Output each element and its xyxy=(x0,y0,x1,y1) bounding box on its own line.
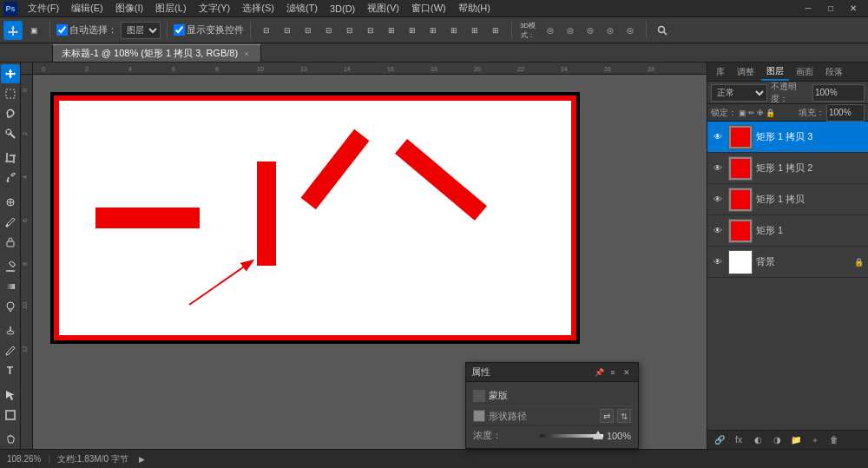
selection-tool[interactable] xyxy=(1,84,20,103)
layer-item[interactable]: 👁 矩形 1 xyxy=(707,215,868,247)
distribute-middle-btn[interactable]: ⊞ xyxy=(465,21,484,40)
distribute-bottom-btn[interactable]: ⊞ xyxy=(486,21,505,40)
lasso-tool[interactable] xyxy=(1,104,20,123)
opacity-input[interactable]: 100% xyxy=(812,84,865,102)
panel-tab-layers[interactable]: 图层 xyxy=(761,63,789,81)
layer-mask-btn[interactable]: ◐ xyxy=(749,432,766,448)
pen-tool[interactable] xyxy=(1,341,20,360)
tab-close-btn[interactable]: × xyxy=(241,49,252,59)
brush-tool[interactable] xyxy=(1,213,20,232)
layer-fx-btn[interactable]: fx xyxy=(730,432,747,448)
layer-item[interactable]: 👁 矩形 1 拷贝 3 xyxy=(707,122,868,153)
hand-tool[interactable] xyxy=(1,430,20,449)
dodge-tool[interactable] xyxy=(1,321,20,340)
panel-tab-library[interactable]: 库 xyxy=(711,64,730,80)
crop-tool[interactable] xyxy=(1,148,20,168)
menu-filter[interactable]: 滤镜(T) xyxy=(281,1,323,16)
menu-edit[interactable]: 编辑(E) xyxy=(66,1,108,16)
distribute-center-btn[interactable]: ⊞ xyxy=(403,21,422,40)
auto-select-dropdown[interactable]: 图层 xyxy=(121,22,161,39)
props-menu-btn[interactable]: ≡ xyxy=(607,366,619,379)
svg-text:8: 8 xyxy=(215,66,219,72)
layer-eye-btn[interactable]: 👁 xyxy=(711,193,725,207)
auto-select-checkbox[interactable] xyxy=(56,24,68,36)
layer-delete-btn[interactable]: 🗑 xyxy=(825,432,843,448)
blur-tool[interactable] xyxy=(1,297,20,316)
align-left-btn[interactable]: ⊟ xyxy=(257,21,276,40)
layer-new-btn[interactable]: ＋ xyxy=(806,432,824,448)
show-transform-label[interactable]: 显示变换控件 xyxy=(174,23,244,36)
auto-select-label[interactable]: 自动选择： xyxy=(56,23,117,36)
text-tool[interactable]: T xyxy=(1,361,20,380)
3d-btn5[interactable]: ◎ xyxy=(621,21,640,40)
layer-item[interactable]: 👁 矩形 1 拷贝 2 xyxy=(707,153,868,184)
close-button[interactable]: ✕ xyxy=(842,0,865,17)
layer-eye-btn[interactable]: 👁 xyxy=(711,130,725,144)
layer-item[interactable]: 👁 背景 🔒 xyxy=(707,247,868,278)
props-density-slider[interactable] xyxy=(540,434,603,438)
eyedropper-tool[interactable] xyxy=(1,168,20,188)
layer-item[interactable]: 👁 矩形 1 拷贝 xyxy=(707,184,868,215)
maximize-button[interactable]: □ xyxy=(819,0,842,17)
eraser-tool[interactable] xyxy=(1,257,20,276)
3d-mode-btn[interactable]: 3D模式： xyxy=(518,21,537,40)
layer-name: 矩形 1 拷贝 xyxy=(756,193,865,206)
layer-eye-btn[interactable]: 👁 xyxy=(711,161,725,175)
align-bottom-btn[interactable]: ⊟ xyxy=(361,21,380,40)
menu-layer[interactable]: 图层(L) xyxy=(150,1,191,16)
gradient-tool[interactable] xyxy=(1,277,20,296)
3d-btn1[interactable]: ◎ xyxy=(541,21,560,40)
props-link-icon-1[interactable]: ⇄ xyxy=(600,409,614,423)
menu-view[interactable]: 视图(V) xyxy=(362,1,404,16)
lock-transparent-btn[interactable]: ▣ xyxy=(739,109,746,117)
align-middle-btn[interactable]: ⊟ xyxy=(340,21,359,40)
shape-tool[interactable] xyxy=(1,405,20,425)
lock-all-btn[interactable]: 🔒 xyxy=(766,109,775,117)
clone-stamp-tool[interactable] xyxy=(1,233,20,252)
menu-file[interactable]: 文件(F) xyxy=(23,1,64,16)
menu-3d[interactable]: 3D(D) xyxy=(325,3,360,15)
3d-btn3[interactable]: ◎ xyxy=(581,21,600,40)
minimize-button[interactable]: ─ xyxy=(797,0,819,17)
menu-window[interactable]: 窗口(W) xyxy=(406,1,451,16)
blend-mode-dropdown[interactable]: 正常 xyxy=(711,84,767,102)
3d-btn4[interactable]: ◎ xyxy=(601,21,620,40)
opacity-label: 不透明度： xyxy=(771,81,811,105)
layer-eye-btn[interactable]: 👁 xyxy=(711,224,725,238)
menu-help[interactable]: 帮助(H) xyxy=(453,1,496,16)
props-pin-btn[interactable]: 📌 xyxy=(593,366,605,379)
align-center-btn[interactable]: ⊟ xyxy=(278,21,297,40)
layer-adjustment-btn[interactable]: ◑ xyxy=(768,432,786,448)
fill-input[interactable]: 100% xyxy=(826,104,865,122)
layer-eye-btn[interactable]: 👁 xyxy=(711,255,725,269)
move-tool[interactable] xyxy=(1,64,20,83)
healing-brush-tool[interactable] xyxy=(1,193,20,212)
move-tool-btn[interactable] xyxy=(3,21,23,40)
status-arrow-btn[interactable]: ▶ xyxy=(139,455,145,464)
props-close-btn[interactable]: ✕ xyxy=(621,366,633,379)
menu-image[interactable]: 图像(I) xyxy=(110,1,148,16)
menu-text[interactable]: 文字(Y) xyxy=(194,1,236,16)
3d-btn2[interactable]: ◎ xyxy=(561,21,580,40)
panel-tab-adjustments[interactable]: 调整 xyxy=(732,64,760,80)
layer-link-btn[interactable]: 🔗 xyxy=(711,432,728,448)
distribute-top-btn[interactable]: ⊞ xyxy=(444,21,464,40)
align-top-btn[interactable]: ⊟ xyxy=(319,21,339,40)
select-tool-btn[interactable]: ▣ xyxy=(24,21,43,40)
show-transform-checkbox[interactable] xyxy=(174,24,185,36)
align-right-btn[interactable]: ⊟ xyxy=(299,21,318,40)
layer-group-btn[interactable]: 📁 xyxy=(787,432,805,448)
distribute-right-btn[interactable]: ⊞ xyxy=(424,21,443,40)
magic-wand-tool[interactable] xyxy=(1,124,20,143)
toolbar: ▣ 自动选择： 图层 显示变换控件 ⊟ ⊟ ⊟ ⊟ ⊟ ⊟ ⊞ ⊞ ⊞ ⊞ ⊞ … xyxy=(0,17,868,43)
props-link-icon-2[interactable]: ⇅ xyxy=(617,409,631,423)
path-select-tool[interactable] xyxy=(1,386,20,405)
menu-select[interactable]: 选择(S) xyxy=(237,1,279,16)
search-btn[interactable] xyxy=(653,21,672,40)
distribute-left-btn[interactable]: ⊞ xyxy=(382,21,401,40)
document-tab[interactable]: 未标题-1 @ 108% (矩形 1 拷贝 3, RGB/8) × xyxy=(52,44,261,62)
panel-tab-channels[interactable]: 画面 xyxy=(791,64,819,80)
panel-tab-paths[interactable]: 段落 xyxy=(820,64,848,80)
lock-position-btn[interactable]: ✙ xyxy=(757,109,764,117)
lock-pixels-btn[interactable]: ✏ xyxy=(748,109,755,117)
